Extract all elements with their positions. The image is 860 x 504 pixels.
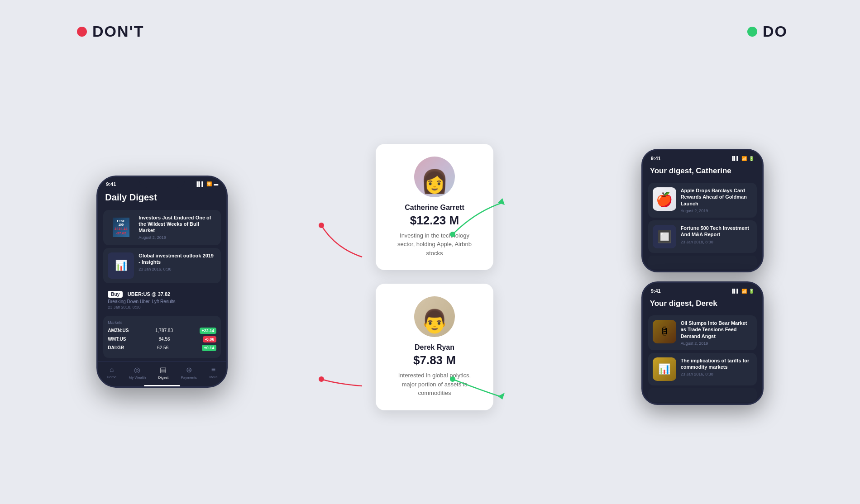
signal-icon-d: ▐▌▌ bbox=[731, 289, 740, 293]
thumb-market: FTSE1003434.18-37.62 bbox=[113, 218, 129, 238]
market-row-wmt: WMT:US 84.56 -0.06 bbox=[108, 336, 216, 342]
market-change-wmt: -0.06 bbox=[203, 336, 217, 342]
market-price-amzn: 1,787.83 bbox=[155, 328, 173, 333]
nav-more[interactable]: ≡ More bbox=[209, 366, 217, 380]
user-name-derek: Derek Ryan bbox=[392, 343, 477, 352]
battery-icon-c: 🔋 bbox=[749, 156, 754, 161]
time-catherine: 9:41 bbox=[651, 156, 661, 161]
dont-label: DON'T bbox=[92, 23, 144, 40]
phone-notch bbox=[139, 177, 185, 188]
buy-subtitle: Breaking Down Uber, Lyft Results bbox=[108, 299, 216, 304]
market-price-dai: 62.56 bbox=[157, 345, 168, 350]
thumb-chip: 🔲 bbox=[653, 225, 676, 248]
dont-dot bbox=[77, 27, 87, 37]
market-sym-dai: DAI:GR bbox=[108, 345, 124, 350]
article-title-oil: Oil Slumps Into Bear Market as Trade Ten… bbox=[681, 320, 752, 339]
signal-icon: ▐▌▌ bbox=[195, 181, 205, 186]
buy-date: 23 Jan 2018, 8:30 bbox=[108, 305, 216, 309]
user-card-catherine: 👩 Catherine Garrett $12.23 M Investing i… bbox=[376, 144, 493, 271]
do-news-card-gold[interactable]: 📊 The implications of tariffs for commod… bbox=[648, 353, 757, 385]
avatar-catherine: 👩 bbox=[414, 157, 455, 197]
article-date-oil: August 2, 2019 bbox=[681, 341, 752, 346]
thumb-oil: 🛢 bbox=[653, 320, 676, 343]
do-phone-catherine: 9:41 ▐▌▌ 📶 🔋 Your digest, Catherine 🍎 Ap… bbox=[641, 149, 764, 272]
time-derek: 9:41 bbox=[651, 288, 661, 294]
market-row-dai: DAI:GR 62.56 +0.14 bbox=[108, 345, 216, 351]
market-price-wmt: 84.56 bbox=[159, 337, 170, 342]
market-sym-wmt: WMT:US bbox=[108, 337, 126, 342]
wifi-icon: 🛜 bbox=[206, 181, 212, 186]
thumb-apple: 🍎 bbox=[653, 187, 676, 211]
user-amount-catherine: $12.23 M bbox=[392, 214, 477, 228]
article-title-gold: The implications of tariffs for commodit… bbox=[681, 357, 752, 371]
article-title-1: Investors Just Endured One of the Wildes… bbox=[139, 214, 216, 234]
markets-section: Markets AMZN:US 1,787.83 +22.14 WMT:US 8… bbox=[103, 316, 221, 358]
article-date-1: August 2, 2019 bbox=[139, 235, 216, 240]
user-desc-derek: Interested in global polytics, major por… bbox=[392, 371, 477, 398]
status-bar-catherine: 9:41 ▐▌▌ 📶 🔋 bbox=[643, 150, 762, 163]
avatar-derek: 👨 bbox=[414, 296, 455, 337]
battery-icon-d: 🔋 bbox=[749, 289, 754, 294]
status-bar-derek: 9:41 ▐▌▌ 📶 🔋 bbox=[643, 283, 762, 295]
nav-wealth[interactable]: ◎ My Wealth bbox=[129, 366, 146, 380]
do-dot bbox=[747, 27, 757, 37]
wifi-icon-c: 📶 bbox=[741, 156, 747, 161]
do-label: DO bbox=[763, 23, 788, 40]
article-date-apple: August 2, 2019 bbox=[681, 209, 752, 213]
market-change-dai: +0.14 bbox=[202, 345, 217, 351]
do-phone-derek: 9:41 ▐▌▌ 📶 🔋 Your digest, Derek 🛢 Oil Sl… bbox=[641, 281, 764, 405]
markets-label: Markets bbox=[108, 320, 216, 325]
user-desc-catherine: Investing in the technology sector, hold… bbox=[392, 231, 477, 258]
svg-point-1 bbox=[319, 376, 324, 382]
nav-digest[interactable]: ▤ Digest bbox=[158, 366, 169, 380]
buy-ticker: UBER:US @ 37.82 bbox=[128, 291, 170, 297]
article-date-2: 23 Jan 2016, 8:30 bbox=[139, 267, 216, 271]
svg-marker-5 bbox=[498, 393, 505, 399]
bottom-nav: ⌂ Home ◎ My Wealth ▤ Digest ⊕ Payments ≡… bbox=[98, 361, 226, 382]
market-row-amzn: AMZN:US 1,787.83 +22.14 bbox=[108, 328, 216, 334]
buy-badge: Buy bbox=[108, 291, 123, 298]
do-phones-container: 9:41 ▐▌▌ 📶 🔋 Your digest, Catherine 🍎 Ap… bbox=[641, 149, 764, 405]
article-title-2: Global investment outlook 2019 - Insight… bbox=[139, 252, 216, 266]
article-title-apple: Apple Drops Barclays Card Rewards Ahead … bbox=[681, 187, 752, 207]
nav-payments[interactable]: ⊕ Payments bbox=[181, 366, 197, 380]
news-card-2[interactable]: 📊 Global investment outlook 2019 - Insig… bbox=[103, 248, 221, 283]
do-phone-header-derek: Your digest, Derek bbox=[643, 295, 762, 313]
do-phone-header-catherine: Your digest, Catherine bbox=[643, 163, 762, 180]
news-card-1[interactable]: FTSE1003434.18-37.62 Investors Just Endu… bbox=[103, 210, 221, 245]
phone-header-dont: Daily Digest bbox=[98, 189, 226, 207]
wifi-icon-d: 📶 bbox=[741, 289, 747, 294]
article-title-tech: Fortune 500 Tech Investment And M&A Repo… bbox=[681, 225, 752, 238]
user-name-catherine: Catherine Garrett bbox=[392, 204, 477, 212]
article-date-gold: 23 Jan 2016, 8:30 bbox=[681, 372, 752, 376]
time-dont: 9:41 bbox=[106, 181, 116, 187]
do-news-card-apple[interactable]: 🍎 Apple Drops Barclays Card Rewards Ahea… bbox=[648, 183, 757, 218]
battery-icon: ▬ bbox=[214, 181, 218, 186]
nav-home[interactable]: ⌂ Home bbox=[107, 366, 116, 380]
market-sym-amzn: AMZN:US bbox=[108, 328, 129, 333]
user-card-derek: 👨 Derek Ryan $7.83 M Interested in globa… bbox=[376, 284, 493, 410]
user-amount-derek: $7.83 M bbox=[392, 353, 477, 367]
market-change-amzn: +22.14 bbox=[200, 328, 217, 334]
signal-icon-c: ▐▌▌ bbox=[731, 156, 740, 161]
thumb-gold: 📊 bbox=[653, 357, 676, 381]
thumb-insights: 📊 bbox=[108, 252, 134, 279]
dont-phone: 9:41 ▐▌▌ 🛜 ▬ Daily Digest FTSE1003434.18… bbox=[96, 176, 228, 388]
svg-point-0 bbox=[319, 223, 324, 228]
article-date-tech: 23 Jan 2018, 8:30 bbox=[681, 240, 752, 244]
buy-section[interactable]: Buy UBER:US @ 37.82 Breaking Down Uber, … bbox=[103, 286, 221, 313]
do-news-card-tech[interactable]: 🔲 Fortune 500 Tech Investment And M&A Re… bbox=[648, 220, 757, 253]
svg-marker-3 bbox=[498, 198, 505, 205]
do-news-card-oil[interactable]: 🛢 Oil Slumps Into Bear Market as Trade T… bbox=[648, 315, 757, 350]
